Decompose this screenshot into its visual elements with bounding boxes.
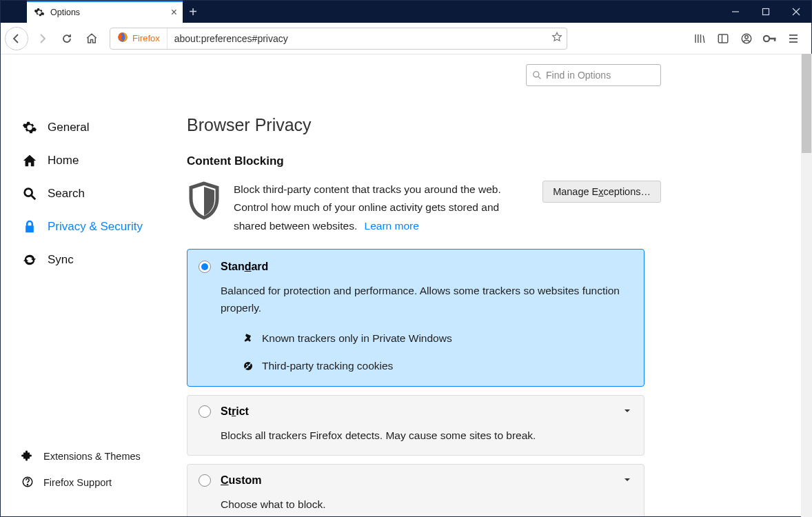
content-blocking-standard[interactable]: Standard Balanced for protection and per…: [187, 249, 644, 387]
content-blocking-custom[interactable]: Custom Choose what to block.: [187, 464, 644, 516]
option-description: Blocks all trackers Firefox detects. May…: [221, 427, 630, 445]
sidebar-item-search[interactable]: Search: [21, 177, 166, 210]
radio-strict[interactable]: [199, 405, 211, 418]
manage-exceptions-button[interactable]: Manage Exceptions…: [542, 181, 661, 203]
account-button[interactable]: [735, 28, 758, 50]
radio-custom[interactable]: [199, 474, 211, 487]
svg-rect-11: [774, 37, 776, 41]
gear-icon: [34, 7, 45, 18]
firefox-icon: [117, 32, 128, 45]
option-title: Strict: [221, 405, 249, 418]
sidebar-label: Extensions & Themes: [43, 451, 141, 462]
preferences-page: General Home Search Privacy & Security S…: [1, 54, 811, 516]
svg-point-15: [25, 189, 32, 196]
window-close-button[interactable]: [781, 1, 811, 23]
home-icon: [21, 153, 38, 168]
chevron-down-icon[interactable]: [623, 474, 631, 487]
option-title: Standard: [221, 261, 268, 273]
sidebar-button[interactable]: [712, 28, 734, 50]
library-button[interactable]: [689, 28, 711, 50]
svg-point-8: [745, 35, 749, 39]
option-title: Custom: [221, 474, 262, 487]
window-maximize-button[interactable]: [751, 1, 781, 23]
new-tab-button[interactable]: +: [183, 1, 203, 23]
cookie-icon: [243, 361, 254, 372]
svg-rect-5: [718, 34, 728, 43]
feature-cookies: Third-party tracking cookies: [243, 360, 630, 372]
vertical-scrollbar[interactable]: [801, 54, 812, 517]
svg-point-9: [764, 35, 769, 41]
chevron-down-icon[interactable]: [623, 405, 631, 418]
tab-title: Options: [50, 8, 80, 17]
option-description: Choose what to block.: [221, 496, 630, 514]
sidebar-item-home[interactable]: Home: [21, 144, 166, 177]
svg-line-16: [32, 196, 36, 200]
option-description: Balanced for protection and performance.…: [221, 283, 630, 317]
sidebar-item-support[interactable]: Firefox Support: [21, 469, 166, 496]
scrollbar-thumb[interactable]: [802, 54, 811, 153]
svg-point-18: [27, 484, 28, 485]
svg-point-22: [246, 364, 247, 365]
options-search-input[interactable]: Find in Options: [526, 64, 661, 86]
learn-more-link[interactable]: Learn more: [365, 220, 419, 232]
sidebar-item-general[interactable]: General: [21, 111, 166, 144]
bookmark-star-icon[interactable]: [551, 32, 562, 45]
section-description: Block third-party content that tracks yo…: [234, 181, 509, 235]
search-placeholder: Find in Options: [546, 70, 611, 81]
svg-line-20: [538, 77, 540, 79]
forward-button[interactable]: [31, 28, 53, 50]
gear-icon: [21, 120, 38, 135]
tab-close-icon[interactable]: ×: [171, 7, 177, 18]
section-heading: Content Blocking: [187, 154, 785, 168]
shield-icon: [187, 181, 224, 223]
sidebar-item-sync[interactable]: Sync: [21, 243, 166, 276]
feature-trackers: Known trackers only in Private Windows: [243, 332, 630, 345]
sidebar-label: General: [48, 121, 89, 134]
titlebar: Options × +: [1, 1, 811, 23]
sidebar-label: Firefox Support: [43, 477, 112, 488]
main-panel: Find in Options Browser Privacy Content …: [166, 54, 811, 516]
page-title: Browser Privacy: [187, 115, 785, 135]
svg-rect-1: [763, 9, 769, 15]
sync-icon: [21, 252, 38, 267]
sidebar-item-extensions[interactable]: Extensions & Themes: [21, 443, 166, 469]
nav-toolbar: Firefox about:preferences#privacy: [1, 23, 811, 54]
svg-point-19: [534, 72, 539, 77]
app-menu-button[interactable]: [782, 28, 804, 50]
help-icon: [21, 476, 34, 490]
radio-standard[interactable]: [199, 261, 211, 273]
sidebar-item-privacy[interactable]: Privacy & Security: [21, 210, 166, 243]
home-button[interactable]: [81, 28, 103, 50]
window-minimize-button[interactable]: [720, 1, 751, 23]
sidebar-label: Sync: [48, 253, 74, 267]
url-bar[interactable]: Firefox about:preferences#privacy: [110, 28, 567, 50]
puzzle-icon: [21, 449, 34, 464]
logins-button[interactable]: [759, 28, 781, 50]
search-icon: [21, 186, 38, 201]
back-button[interactable]: [5, 27, 28, 50]
browser-tab[interactable]: Options ×: [27, 1, 183, 23]
sidebar-label: Search: [48, 187, 85, 201]
lock-icon: [21, 219, 38, 234]
sidebar-label: Home: [48, 154, 79, 168]
content-blocking-strict[interactable]: Strict Blocks all trackers Firefox detec…: [187, 395, 644, 456]
search-icon: [532, 70, 542, 80]
url-text: about:preferences#privacy: [168, 33, 551, 44]
sidebar-label: Privacy & Security: [48, 220, 143, 234]
category-sidebar: General Home Search Privacy & Security S…: [1, 54, 166, 516]
reload-button[interactable]: [56, 28, 78, 50]
identity-label: Firefox: [132, 33, 160, 43]
site-identity[interactable]: Firefox: [110, 28, 168, 49]
tracker-icon: [243, 333, 254, 344]
